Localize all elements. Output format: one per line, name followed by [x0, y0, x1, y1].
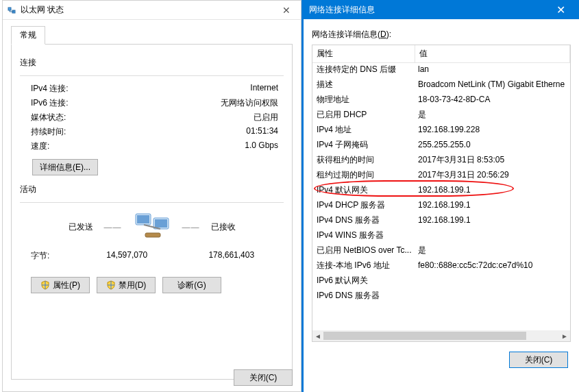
list-row[interactable]: IPv4 子网掩码255.255.255.0: [312, 137, 570, 152]
close-button-left-footer[interactable]: 关闭(C): [234, 369, 293, 386]
ipv6-conn-label: IPv6 连接:: [20, 97, 95, 109]
dash-icon: ——: [104, 223, 122, 232]
list-cell-property: IPv4 DHCP 服务器: [312, 199, 415, 211]
dash-icon: ——: [182, 223, 200, 232]
listview-header: 属性 值: [312, 45, 570, 63]
horizontal-scrollbar[interactable]: ◄ ►: [312, 330, 570, 341]
scroll-thumb[interactable]: [323, 332, 526, 340]
list-cell-property: 描述: [312, 79, 415, 90]
list-cell-property: 已启用 NetBIOS over Tc...: [312, 245, 415, 256]
activity-heading: 活动: [20, 184, 284, 195]
scroll-left-arrow-icon[interactable]: ◄: [312, 330, 323, 341]
list-cell-value: fe80::688e:cc5c:72dc:ce7d%10: [415, 260, 570, 270]
dialog-footer-right: 关闭(C): [312, 352, 571, 368]
ethernet-status-icon: [7, 5, 16, 15]
list-cell-value: 2017年3月31日 20:56:29: [415, 169, 570, 181]
list-row[interactable]: IPv4 DHCP 服务器192.168.199.1: [312, 197, 570, 212]
bytes-label: 字节:: [20, 250, 75, 262]
dialog-footer-left: 关闭(C): [234, 369, 293, 386]
list-cell-value: 192.168.199.1: [415, 185, 570, 195]
col-header-value[interactable]: 值: [415, 45, 570, 62]
list-cell-property: IPv4 WINS 服务器: [312, 230, 415, 241]
list-cell-value: Broadcom NetLink (TM) Gigabit Etherne: [415, 79, 570, 89]
dialog-body-right: 网络连接详细信息(D): 属性 值 连接特定的 DNS 后缀lan描述Broad…: [304, 19, 579, 368]
media-state-label: 媒体状态:: [20, 112, 95, 123]
ipv4-conn-label: IPv4 连接:: [20, 83, 95, 95]
media-state-value: 已启用: [95, 112, 284, 123]
scroll-track[interactable]: [323, 330, 559, 341]
activity-group: 活动 已发送 —— ——: [20, 184, 284, 262]
title-text-left: 以太网 状态: [21, 4, 276, 16]
list-row[interactable]: IPv6 DNS 服务器: [312, 288, 570, 303]
ipv4-conn-value: Internet: [95, 83, 284, 95]
shield-icon: [106, 280, 116, 290]
list-row[interactable]: IPv4 DNS 服务器192.168.199.1: [312, 212, 570, 228]
close-button-right-footer[interactable]: 关闭(C): [509, 352, 568, 368]
list-row[interactable]: 描述Broadcom NetLink (TM) Gigabit Etherne: [312, 77, 570, 92]
col-header-property[interactable]: 属性: [312, 45, 415, 62]
title-bar-left: 以太网 状态 ✕: [3, 1, 301, 20]
listview-rows: 连接特定的 DNS 后缀lan描述Broadcom NetLink (TM) G…: [312, 62, 570, 330]
properties-button[interactable]: 属性(P): [31, 277, 90, 293]
tab-general[interactable]: 常规: [11, 26, 45, 45]
diagnose-button[interactable]: 诊断(G): [162, 277, 221, 293]
list-cell-value: 2017年3月31日 8:53:05: [415, 154, 570, 166]
conn-row: IPv4 连接:Internet: [20, 83, 284, 95]
list-cell-value: 192.168.199.1: [415, 215, 570, 225]
list-row[interactable]: IPv4 WINS 服务器: [312, 228, 570, 243]
list-row[interactable]: 连接特定的 DNS 后缀lan: [312, 62, 570, 77]
conn-row: IPv6 连接:无网络访问权限: [20, 97, 284, 109]
list-row[interactable]: 已启用 DHCP是: [312, 107, 570, 122]
details-listview: 属性 值 连接特定的 DNS 后缀lan描述Broadcom NetLink (…: [312, 45, 571, 342]
list-cell-property: IPv4 地址: [312, 124, 415, 136]
speed-label: 速度:: [20, 140, 95, 152]
details-button[interactable]: 详细信息(E)...: [32, 159, 98, 175]
list-cell-property: IPv4 子网掩码: [312, 139, 415, 151]
duration-value: 01:51:34: [95, 126, 284, 138]
conn-row: 速度:1.0 Gbps: [20, 140, 284, 152]
svg-rect-5: [155, 219, 167, 228]
list-cell-value: 18-03-73-42-8D-CA: [415, 95, 570, 104]
list-row[interactable]: 物理地址18-03-73-42-8D-CA: [312, 92, 570, 107]
list-cell-value: 192.168.199.1: [415, 200, 570, 210]
tab-page: 连接 IPv4 连接:Internet IPv6 连接:无网络访问权限 媒体状态…: [11, 44, 293, 380]
bytes-sent-value: 14,597,070: [75, 250, 180, 262]
connection-group: 连接 IPv4 连接:Internet IPv6 连接:无网络访问权限 媒体状态…: [20, 57, 284, 177]
details-label-prefix: 网络连接详细信息(: [312, 29, 380, 39]
properties-button-label: 属性(P): [53, 280, 80, 291]
list-cell-property: IPv6 DNS 服务器: [312, 290, 415, 302]
ipv6-conn-value: 无网络访问权限: [95, 97, 284, 109]
close-button-left[interactable]: ✕: [276, 3, 297, 18]
dialog-body-left: 常规 连接 IPv4 连接:Internet IPv6 连接:无网络访问权限 媒…: [3, 20, 301, 380]
list-row[interactable]: IPv4 地址192.168.199.228: [312, 122, 570, 137]
speed-value: 1.0 Gbps: [95, 140, 284, 152]
list-row[interactable]: 获得租约的时间2017年3月31日 8:53:05: [312, 152, 570, 167]
list-row[interactable]: 租约过期的时间2017年3月31日 20:56:29: [312, 167, 570, 182]
conn-row: 媒体状态:已启用: [20, 112, 284, 123]
network-details-dialog: 网络连接详细信息 ✕ 网络连接详细信息(D): 属性 值 连接特定的 DNS 后…: [301, 0, 579, 392]
list-cell-property: IPv4 DNS 服务器: [312, 215, 415, 226]
list-cell-value: 是: [415, 109, 570, 121]
shield-icon: [40, 280, 50, 290]
list-row[interactable]: 已启用 NetBIOS over Tc...是: [312, 243, 570, 258]
list-row[interactable]: IPv6 默认网关: [312, 273, 570, 288]
svg-rect-6: [145, 233, 160, 237]
list-cell-property: 连接特定的 DNS 后缀: [312, 64, 415, 75]
list-cell-value: 是: [415, 245, 570, 256]
list-cell-property: 物理地址: [312, 94, 415, 106]
scroll-right-arrow-icon[interactable]: ►: [559, 330, 570, 341]
duration-label: 持续时间:: [20, 126, 95, 138]
close-button-right[interactable]: ✕: [547, 0, 574, 19]
divider: [20, 75, 284, 76]
disable-button[interactable]: 禁用(D): [97, 277, 156, 293]
svg-rect-0: [8, 8, 11, 10]
list-cell-property: IPv4 默认网关: [312, 184, 415, 196]
recv-label: 已接收: [211, 221, 284, 233]
list-row[interactable]: IPv4 默认网关192.168.199.1: [312, 182, 570, 197]
conn-row: 持续时间:01:51:34: [20, 126, 284, 138]
list-row[interactable]: 连接-本地 IPv6 地址fe80::688e:cc5c:72dc:ce7d%1…: [312, 258, 570, 273]
details-label: 网络连接详细信息(D):: [312, 29, 571, 40]
list-cell-property: IPv6 默认网关: [312, 275, 415, 286]
action-button-row: 属性(P) 禁用(D) 诊断(G): [20, 277, 284, 293]
sent-label: 已发送: [20, 221, 93, 233]
